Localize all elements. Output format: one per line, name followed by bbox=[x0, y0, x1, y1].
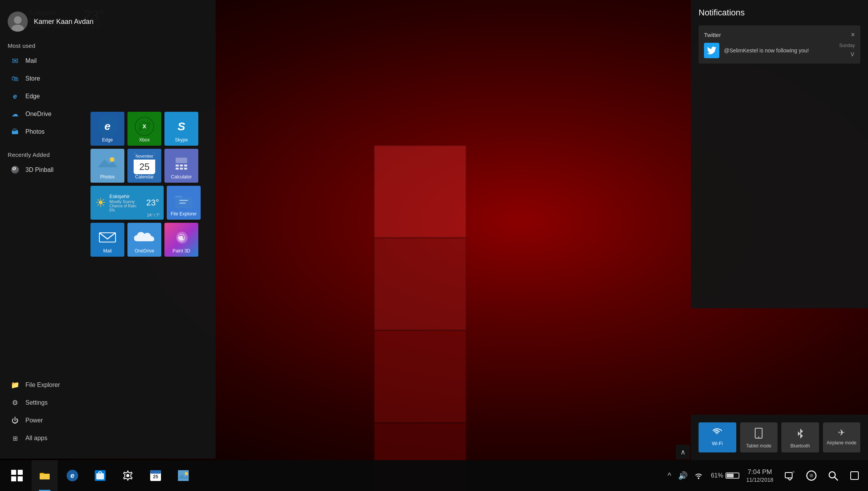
svg-rect-15 bbox=[176, 168, 179, 170]
tiles-row-3: ☀ Eskişehir Mostly Sunny Chance of Rain:… bbox=[90, 186, 201, 220]
clock-area[interactable]: 7:04 PM 11/12/2018 bbox=[742, 468, 777, 483]
tile-weather[interactable]: ☀ Eskişehir Mostly Sunny Chance of Rain:… bbox=[90, 186, 164, 220]
notifications-panel: Notifications Twitter × @SelimKestel is … bbox=[691, 0, 868, 308]
tiles-row-4: Mail OneDrive Paint 3D bbox=[90, 223, 201, 257]
sidebar-item-label-store: Store bbox=[25, 75, 40, 82]
svg-point-43 bbox=[809, 474, 813, 478]
sidebar-item-label-file-explorer: File Explorer bbox=[25, 382, 60, 388]
weather-tile-range: 24° / 7° bbox=[147, 213, 160, 217]
username: Kamer Kaan Avdan bbox=[34, 18, 94, 26]
svg-rect-30 bbox=[40, 474, 50, 479]
notif-close-btn[interactable]: × bbox=[851, 31, 855, 39]
svg-rect-32 bbox=[96, 473, 104, 479]
sidebar-item-label-photos: Photos bbox=[25, 128, 45, 135]
action-btn-airplane[interactable]: ✈ Airplane mode bbox=[823, 422, 861, 452]
edge-icon-small: e bbox=[10, 91, 20, 101]
action-center: Wi-Fi Tablet mode Bluetooth ✈ Airplane m… bbox=[691, 415, 868, 460]
clock-time: 7:04 PM bbox=[746, 468, 773, 476]
action-btn-tablet[interactable]: Tablet mode bbox=[740, 422, 778, 452]
action-btn-wifi[interactable]: Wi-Fi bbox=[699, 422, 736, 452]
svg-rect-46 bbox=[851, 472, 858, 479]
taskbar-search[interactable] bbox=[823, 466, 843, 485]
sidebar-item-all-apps[interactable]: ⊞ All apps bbox=[4, 429, 216, 447]
notif-content: @SelimKestel is now following you! Sunda… bbox=[704, 43, 855, 58]
taskbar-show-desktop[interactable] bbox=[845, 466, 864, 485]
svg-rect-41 bbox=[793, 471, 794, 473]
bottom-nav: 📁 File Explorer ⚙ Settings ⏻ Power ⊞ All… bbox=[0, 376, 216, 459]
weather-tile-condition: Mostly Sunny bbox=[109, 199, 143, 204]
tile-onedrive[interactable]: OneDrive bbox=[127, 223, 161, 257]
svg-rect-40 bbox=[785, 473, 792, 478]
sidebar-item-settings[interactable]: ⚙ Settings bbox=[4, 394, 216, 412]
tray-chevron[interactable]: ^ bbox=[666, 470, 673, 482]
tile-xbox[interactable]: X Xbox bbox=[127, 112, 161, 146]
onedrive-icon-small: ☁ bbox=[10, 109, 20, 119]
taskbar-notification-center[interactable] bbox=[780, 466, 799, 485]
sidebar-item-label-3dpinball: 3D Pinball bbox=[25, 166, 54, 173]
notif-time: Sunday bbox=[828, 43, 855, 48]
clock-date: 11/12/2018 bbox=[746, 476, 773, 483]
sidebar-item-store[interactable]: 🛍 Store bbox=[4, 70, 216, 87]
start-button[interactable] bbox=[4, 460, 30, 491]
calendar-day: 25 bbox=[134, 160, 155, 174]
taskbar-calendar[interactable]: 25 bbox=[142, 460, 169, 491]
sidebar-item-label-mail: Mail bbox=[25, 57, 37, 64]
notif-message: @SelimKestel is now following you! bbox=[724, 47, 823, 54]
tile-calendar[interactable]: November 25 Calendar bbox=[127, 149, 161, 183]
tray-network[interactable] bbox=[693, 471, 704, 481]
battery-fill bbox=[727, 474, 734, 478]
svg-text:25: 25 bbox=[153, 474, 158, 479]
tile-photos[interactable]: Photos bbox=[90, 149, 124, 183]
taskbar-store[interactable] bbox=[87, 460, 113, 491]
svg-rect-12 bbox=[176, 165, 179, 166]
svg-point-39 bbox=[185, 472, 188, 475]
taskbar-photos[interactable] bbox=[170, 460, 196, 491]
taskbar: e 25 bbox=[0, 460, 868, 491]
all-apps-icon: ⊞ bbox=[10, 433, 20, 443]
svg-rect-11 bbox=[176, 158, 187, 163]
mail-icon: ✉ bbox=[10, 56, 20, 66]
action-btn-bluetooth[interactable]: Bluetooth bbox=[781, 422, 819, 452]
action-btn-bluetooth-label: Bluetooth bbox=[785, 443, 815, 449]
tile-fileexplorer[interactable]: File Explorer bbox=[167, 186, 201, 220]
tile-calculator[interactable]: Calculator bbox=[164, 149, 198, 183]
battery-info[interactable]: 61% bbox=[711, 472, 739, 479]
action-btn-airplane-label: Airplane mode bbox=[827, 440, 857, 446]
sidebar-item-edge[interactable]: e Edge bbox=[4, 87, 216, 105]
taskbar-edge[interactable]: e bbox=[59, 460, 85, 491]
user-profile[interactable]: Kamer Kaan Avdan bbox=[0, 0, 216, 39]
tile-edge[interactable]: e Edge bbox=[90, 112, 124, 146]
taskbar-settings[interactable] bbox=[115, 460, 141, 491]
wifi-icon bbox=[702, 428, 732, 439]
notif-expand-icon[interactable]: ∨ bbox=[850, 50, 855, 58]
sidebar-item-file-explorer[interactable]: 📁 File Explorer bbox=[4, 376, 216, 394]
svg-line-45 bbox=[834, 477, 838, 480]
sidebar-item-label-edge: Edge bbox=[25, 93, 40, 100]
notifications-title: Notifications bbox=[699, 8, 860, 18]
avatar bbox=[8, 12, 28, 32]
win-logo-wallpaper bbox=[374, 145, 574, 346]
sidebar-item-power[interactable]: ⏻ Power bbox=[4, 412, 216, 429]
weather-tile-info: Eskişehir Mostly Sunny Chance of Rain: 0… bbox=[109, 193, 143, 212]
tile-mail[interactable]: Mail bbox=[90, 223, 124, 257]
tablet-icon bbox=[744, 428, 774, 441]
taskbar-cortana-circle[interactable] bbox=[802, 466, 821, 485]
sidebar-item-mail[interactable]: ✉ Mail bbox=[4, 52, 216, 70]
tray-icons: ^ 🔊 bbox=[662, 469, 708, 482]
svg-rect-14 bbox=[184, 165, 187, 166]
3dpinball-icon: 🎱 bbox=[10, 165, 20, 175]
photos-icon-small: 🏔 bbox=[10, 127, 20, 137]
tray-volume[interactable]: 🔊 bbox=[677, 469, 689, 482]
sidebar-item-label-all-apps: All apps bbox=[25, 435, 47, 442]
notification-card-twitter[interactable]: Twitter × @SelimKestel is now following … bbox=[699, 25, 860, 64]
taskbar-end-icons bbox=[780, 466, 864, 485]
svg-rect-27 bbox=[11, 476, 16, 481]
file-explorer-icon: 📁 bbox=[10, 380, 20, 390]
action-btn-tablet-label: Tablet mode bbox=[744, 443, 774, 449]
svg-rect-10 bbox=[173, 155, 190, 172]
taskbar-file-explorer[interactable] bbox=[32, 460, 58, 491]
taskbar-left: e 25 bbox=[4, 460, 196, 491]
tile-paint3d[interactable]: Paint 3D bbox=[164, 223, 198, 257]
collapse-action-center-btn[interactable]: ∧ bbox=[676, 445, 690, 459]
tile-skype[interactable]: S Skype bbox=[164, 112, 198, 146]
